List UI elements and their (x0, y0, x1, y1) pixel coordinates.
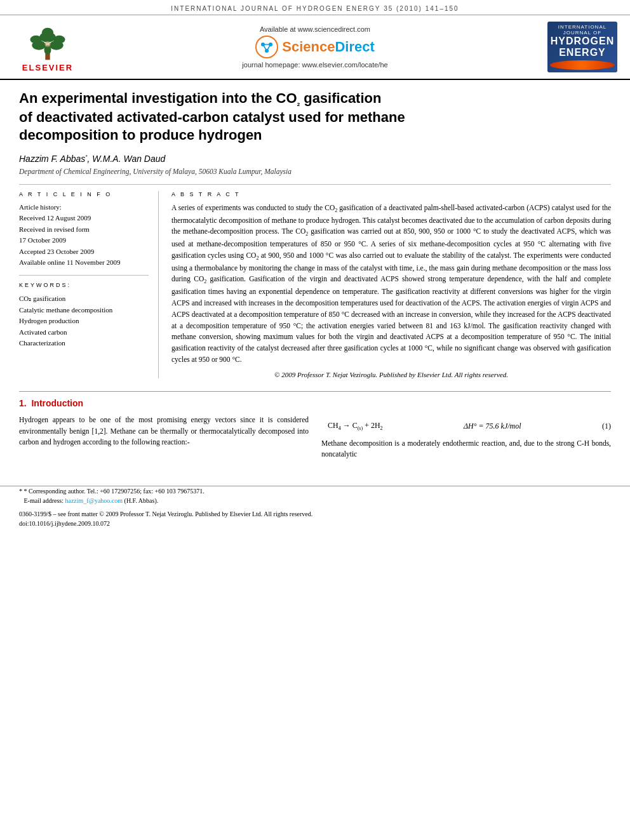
elsevier-brand-text: ELSEVIER (22, 63, 73, 72)
equation-1: CH4 → C(s) + 2H2 ΔH° = 75.6 kJ/mol (1) (328, 420, 611, 433)
received-revised: Received in revised form (19, 225, 149, 234)
hydrogen-energy-badge: International Journal of HYDROGENENERGY (547, 22, 617, 72)
paper-title: An experimental investigation into the C… (19, 90, 611, 145)
paper-content: An experimental investigation into the C… (0, 80, 630, 473)
badge-top-text: International Journal of (550, 24, 615, 36)
svg-line-14 (263, 44, 267, 51)
svg-point-7 (42, 28, 53, 37)
intro-number: 1. (19, 398, 27, 408)
keyword-activated-carbon: Activated carbon (19, 327, 149, 338)
svg-point-9 (256, 36, 278, 58)
corresponding-label: * * Corresponding author. Tel.: +60 1729… (19, 488, 204, 495)
keywords-heading: Keywords: (19, 282, 149, 288)
intro-para-1: Hydrogen appears to be one of the most p… (19, 415, 309, 448)
revised-date: 17 October 2009 (19, 236, 149, 245)
authors: Hazzim F. Abbas*, W.M.A. Wan Daud (19, 154, 611, 164)
center-logos: Available at www.sciencedirect.com Scien… (242, 25, 387, 69)
divider-1 (19, 184, 611, 185)
keyword-catalytic: Catalytic methane decomposition (19, 305, 149, 316)
abstract-text: A series of experiments was conducted to… (171, 203, 611, 366)
elsevier-logo: ELSEVIER (13, 22, 83, 72)
equation-formula: CH4 → C(s) + 2H2 (328, 420, 383, 433)
sciencedirect-icon (255, 36, 278, 58)
email-link[interactable]: hazzim_f@yahoo.com (65, 497, 123, 504)
affiliation: Department of Chemical Engineering, Univ… (19, 168, 611, 175)
intro-section-title: 1. Introduction (19, 398, 611, 408)
journal-title: INTERNATIONAL JOURNAL OF HYDROGEN ENERGY… (171, 5, 459, 12)
footer-section: * * Corresponding author. Tel.: +60 1729… (0, 486, 630, 535)
svg-line-15 (267, 44, 271, 51)
keyword-hydrogen: Hydrogen production (19, 316, 149, 326)
keyword-characterization: Characterization (19, 338, 149, 349)
sciencedirect-text: ScienceDirect (282, 39, 375, 55)
available-text: Available at www.sciencedirect.com (260, 25, 370, 33)
svg-point-8 (44, 41, 50, 47)
badge-main-text: HYDROGENENERGY (551, 36, 614, 58)
divider-keywords (19, 275, 149, 276)
footnote-doi: doi:10.1016/j.ijhydene.2009.10.072 (19, 519, 611, 528)
elsevier-tree-icon (22, 27, 73, 62)
accepted-date: Accepted 23 October 2009 (19, 247, 149, 257)
keyword-co2: CO₂ gasification (19, 293, 149, 304)
history-heading: Article history: (19, 203, 149, 212)
article-history: Article history: Received 12 August 2009… (19, 203, 149, 267)
sciencedirect-logo: ScienceDirect (255, 36, 375, 58)
journal-header: INTERNATIONAL JOURNAL OF HYDROGEN ENERGY… (0, 0, 630, 15)
abstract-col: A B S T R A C T A series of experiments … (171, 191, 611, 378)
keywords-section: Keywords: CO₂ gasification Catalytic met… (19, 282, 149, 349)
equation-number: (1) (602, 420, 611, 432)
intro-text-right: CH4 → C(s) + 2H2 ΔH° = 75.6 kJ/mol (1) M… (321, 415, 611, 460)
journal-homepage: journal homepage: www.elsevier.com/locat… (242, 61, 387, 69)
logos-bar: ELSEVIER Available at www.sciencedirect.… (0, 15, 630, 80)
introduction-section: 1. Introduction Hydrogen appears to be o… (19, 391, 611, 460)
available-online: Available online 11 November 2009 (19, 258, 149, 267)
intro-two-col: Hydrogen appears to be one of the most p… (19, 415, 611, 460)
article-info-heading: A R T I C L E I N F O (19, 191, 149, 197)
article-body: A R T I C L E I N F O Article history: R… (19, 191, 611, 378)
email-suffix: (H.F. Abbas). (124, 497, 159, 504)
copyright-line: © 2009 Professor T. Nejat Veziroglu. Pub… (171, 371, 611, 378)
intro-title: Introduction (31, 398, 83, 408)
intro-para-2: Methane decomposition is a moderately en… (321, 438, 611, 461)
received-date: Received 12 August 2009 (19, 213, 149, 223)
intro-text-left: Hydrogen appears to be one of the most p… (19, 415, 309, 460)
footnote-issn: 0360-3199/$ – see front matter © 2009 Pr… (19, 509, 611, 519)
footnote-email: E-mail address: hazzim_f@yahoo.com (H.F.… (19, 496, 611, 505)
equation-delta-h: ΔH° = 75.6 kJ/mol (464, 420, 521, 432)
article-info-col: A R T I C L E I N F O Article history: R… (19, 191, 159, 378)
abstract-heading: A B S T R A C T (171, 191, 611, 197)
footnote-corresponding: * * Corresponding author. Tel.: +60 1729… (19, 486, 611, 496)
